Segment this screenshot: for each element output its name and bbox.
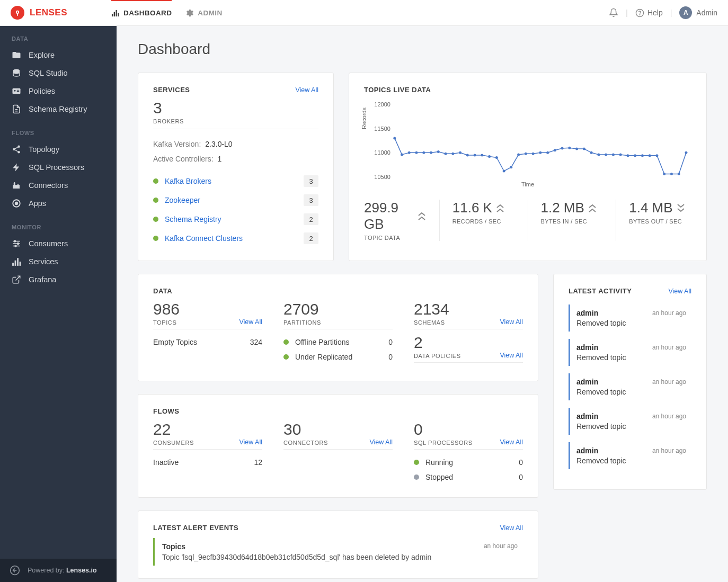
service-link[interactable]: Zookeeper <box>165 196 297 204</box>
empty-topics-value: 324 <box>250 338 262 346</box>
service-link[interactable]: Kafka Brokers <box>165 177 297 185</box>
alert-title: Topics <box>162 542 185 551</box>
service-link[interactable]: Kafka Connect Clusters <box>165 234 297 243</box>
topics-live-title: TOPICS LIVE DATA <box>364 86 431 94</box>
activity-user: admin <box>576 343 598 352</box>
alert-message: Topic 'lsql_9ecfb39430d64d18b0eb31cfd50d… <box>162 553 518 561</box>
alert-time: an hour ago <box>484 542 518 551</box>
processors-viewall[interactable]: View All <box>500 438 523 446</box>
metric-value: 299.9 GB <box>364 200 414 232</box>
sidebar-item-grafana[interactable]: Grafana <box>0 271 117 289</box>
topnav-admin-label: ADMIN <box>198 9 222 17</box>
kafka-version-value: 2.3.0-L0 <box>205 140 232 148</box>
sidebar-item-sql-processors[interactable]: SQL Processors <box>0 158 117 176</box>
svg-rect-4 <box>116 10 117 16</box>
topics-live-card: TOPICS LIVE DATA Records 105001100011500… <box>349 73 707 261</box>
consumers-viewall[interactable]: View All <box>239 438 262 446</box>
help-label: Help <box>647 8 663 17</box>
help-link[interactable]: Help <box>635 8 663 17</box>
stopped-value: 0 <box>519 473 523 481</box>
svg-point-19 <box>15 202 18 205</box>
metric-value: 1.2 MB <box>541 200 584 216</box>
file-icon <box>12 104 21 114</box>
alerts-viewall[interactable]: View All <box>500 524 523 532</box>
bell-icon[interactable] <box>609 8 618 17</box>
metric-label: RECORDS / SEC <box>452 218 515 225</box>
sidebar-item-label: Explore <box>29 51 55 59</box>
svg-rect-26 <box>12 263 14 266</box>
svg-point-75 <box>685 151 688 154</box>
sidebar-item-explore[interactable]: Explore <box>0 46 117 64</box>
schemas-viewall[interactable]: View All <box>500 318 523 326</box>
main-content: Dashboard SERVICES View All 3 BROKERS Ka… <box>117 26 728 582</box>
sidebar-item-label: Consumers <box>29 239 68 248</box>
topnav-admin[interactable]: ADMIN <box>185 0 222 26</box>
topics-live-chart: Records 10500110001150012000 Time <box>364 100 691 190</box>
topnav: DASHBOARD ADMIN <box>111 0 223 26</box>
activity-message: Removed topic <box>576 456 686 465</box>
svg-point-72 <box>663 173 665 175</box>
services-viewall[interactable]: View All <box>295 86 318 94</box>
svg-point-15 <box>17 151 20 154</box>
puzzle-icon <box>12 181 21 190</box>
policies-viewall[interactable]: View All <box>500 352 523 359</box>
offline-value: 0 <box>388 338 393 346</box>
topics-viewall[interactable]: View All <box>239 318 262 326</box>
svg-point-49 <box>495 156 498 159</box>
topnav-dashboard[interactable]: DASHBOARD <box>111 0 172 25</box>
svg-point-14 <box>13 148 15 151</box>
logo[interactable]: LENSES <box>11 6 106 20</box>
connectors-value: 30 <box>283 422 328 437</box>
topbar-right: | Help | A Admin <box>609 6 717 19</box>
topbar: LENSES DASHBOARD ADMIN | Help | A Admin <box>0 0 728 26</box>
user-name: Admin <box>696 8 717 17</box>
svg-point-54 <box>532 153 535 155</box>
status-dot-icon <box>153 236 158 241</box>
user-menu[interactable]: A Admin <box>679 6 717 19</box>
metric: 11.6 KRECORDS / SEC <box>440 200 528 241</box>
sidebar-item-services[interactable]: Services <box>0 253 117 271</box>
activity-viewall[interactable]: View All <box>668 288 691 295</box>
partitions-value: 2709 <box>283 301 321 317</box>
svg-point-40 <box>430 151 432 154</box>
brand-text: LENSES <box>30 7 67 18</box>
metric-value: 11.6 K <box>452 200 492 216</box>
sidebar-item-consumers[interactable]: Consumers <box>0 235 117 253</box>
activity-message: Removed topic <box>576 388 686 396</box>
svg-point-69 <box>641 154 644 157</box>
processors-value: 0 <box>414 422 473 437</box>
activity-item: adminan hour agoRemoved topic <box>569 408 691 435</box>
sidebar-item-topology[interactable]: Topology <box>0 140 117 158</box>
metric: 1.4 MBBYTES OUT / SEC <box>616 200 691 241</box>
connectors-viewall[interactable]: View All <box>369 438 393 446</box>
back-icon[interactable] <box>10 565 20 576</box>
sidebar-item-apps[interactable]: Apps <box>0 194 117 212</box>
sidebar-item-schema-registry[interactable]: Schema Registry <box>0 100 117 118</box>
brokers-label: BROKERS <box>153 118 318 124</box>
svg-point-38 <box>415 151 418 154</box>
svg-point-36 <box>401 154 403 156</box>
policies-label: DATA POLICIES <box>414 353 461 359</box>
trend-icon <box>417 210 427 222</box>
schemas-value: 2134 <box>414 301 449 317</box>
topnav-dashboard-label: DASHBOARD <box>123 9 172 17</box>
activity-item: adminan hour agoRemoved topic <box>569 442 691 469</box>
activity-time: an hour ago <box>652 344 686 351</box>
sidebar-item-policies[interactable]: Policies <box>0 82 117 100</box>
trend-icon <box>676 202 686 214</box>
svg-text:11500: 11500 <box>374 126 390 132</box>
policies-value: 2 <box>414 335 461 351</box>
service-count: 2 <box>304 213 318 225</box>
status-dot-icon <box>283 339 289 345</box>
svg-point-47 <box>481 154 483 156</box>
activity-message: Removed topic <box>576 319 686 327</box>
chart-xlabel: Time <box>364 181 691 187</box>
sidebar-item-sql-studio[interactable]: SQL Studio <box>0 64 117 82</box>
status-dot-icon <box>414 474 419 480</box>
svg-rect-3 <box>114 12 115 16</box>
activity-card: LATEST ACTIVITY View All adminan hour ag… <box>553 274 707 490</box>
data-card: DATA 986 TOPICS View All Empty Topics324 <box>138 274 538 381</box>
sidebar-item-connectors[interactable]: Connectors <box>0 176 117 194</box>
activity-user: admin <box>576 446 598 455</box>
service-link[interactable]: Schema Registry <box>165 215 297 223</box>
